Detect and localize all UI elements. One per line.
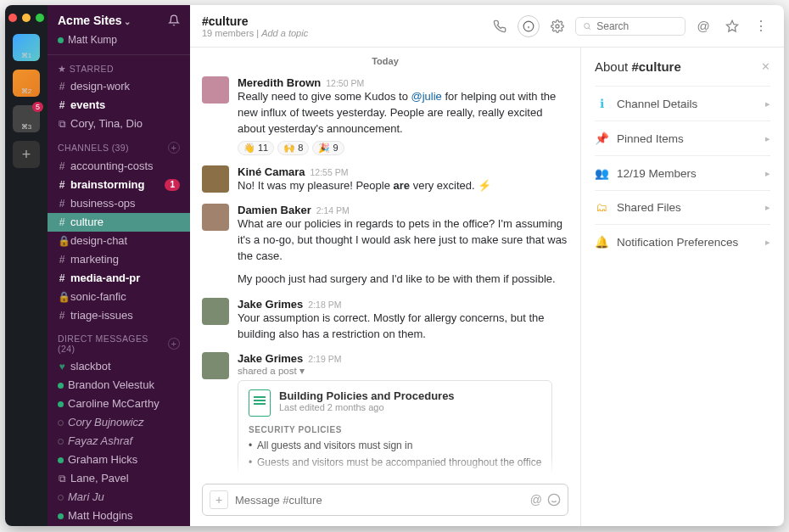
add-topic[interactable]: Add a topic	[261, 28, 308, 38]
message: Jake Grimes2:19 PMshared a post ▾ Buildi…	[202, 349, 568, 475]
sidebar-dm-slackbot[interactable]: ♥slackbot	[48, 357, 190, 376]
sidebar-item-design-chat[interactable]: 🔒design-chat	[48, 232, 190, 250]
details-row-pinned-items[interactable]: 📌Pinned Items▸	[595, 120, 770, 155]
avatar[interactable]	[202, 76, 229, 104]
message-time: 2:18 PM	[308, 300, 341, 310]
team-switcher[interactable]: Acme Sites⌄	[58, 14, 131, 27]
channel-details-panel: About #culture ✕ ℹChannel Details▸📌Pinne…	[580, 48, 784, 526]
shared-post[interactable]: Building Policies and Procedures Last ed…	[238, 380, 552, 475]
details-row-12-19-members[interactable]: 👥12/19 Members▸	[595, 155, 770, 190]
message-composer[interactable]: + @	[202, 484, 568, 516]
channel-title[interactable]: #culture	[202, 14, 308, 28]
current-user[interactable]: Matt Kump	[48, 34, 190, 54]
sidebar-dm-matt-hodgins[interactable]: Matt Hodgins	[48, 507, 190, 525]
sidebar-item-cory-tina-dio[interactable]: ⧉Cory, Tina, Dio	[48, 115, 190, 133]
notifications-icon[interactable]	[168, 14, 180, 26]
sidebar-item-culture[interactable]: #culture	[48, 213, 190, 232]
workspace-3[interactable]: 5 ⌘3	[13, 105, 40, 132]
details-row-channel-details[interactable]: ℹChannel Details▸	[595, 86, 770, 120]
day-divider: Today	[202, 53, 568, 73]
add-dm[interactable]: +	[168, 338, 180, 350]
reaction[interactable]: 👋11	[238, 141, 274, 155]
workspace-1[interactable]: ⌘1	[13, 34, 40, 61]
sidebar-item-brainstorming[interactable]: #brainstorming1	[48, 176, 190, 194]
emoji-button[interactable]	[547, 493, 561, 507]
presence-dot	[58, 37, 64, 43]
member-count[interactable]: 19 members	[202, 28, 254, 38]
maximize-window[interactable]	[36, 14, 44, 22]
message-author[interactable]: Jake Grimes	[238, 298, 303, 311]
search-input[interactable]	[596, 20, 678, 32]
search-box[interactable]	[575, 17, 685, 36]
message-input[interactable]	[235, 494, 525, 507]
document-icon	[249, 389, 271, 417]
mention-button[interactable]: @	[530, 493, 542, 507]
sidebar-item-media-and-pr[interactable]: #media-and-pr	[48, 269, 190, 288]
channel-header: #culture 19 members | Add a topic	[190, 5, 784, 48]
sidebar-item-business-ops[interactable]: #business-ops	[48, 194, 190, 213]
avatar[interactable]	[202, 298, 229, 325]
section-channels: CHANNELS (39) +	[48, 133, 190, 157]
message-time: 2:19 PM	[308, 354, 341, 364]
window-controls[interactable]	[8, 10, 44, 25]
chevron-right-icon: ▸	[765, 98, 770, 109]
message-text: Really need to give some Kudos to @julie…	[238, 89, 568, 137]
message-author[interactable]: Jake Grimes	[238, 352, 303, 365]
mentions-icon[interactable]: @	[692, 15, 714, 37]
sidebar-dm-cory-bujnowicz[interactable]: Cory Bujnowicz	[48, 413, 190, 432]
section-dms: DIRECT MESSAGES (24) +	[48, 325, 190, 357]
sidebar-item-marketing[interactable]: #marketing	[48, 250, 190, 269]
sidebar-item-triage-issues[interactable]: #triage-issues	[48, 306, 190, 325]
chevron-right-icon: ▸	[765, 237, 770, 248]
sidebar-item-sonic-fanfic[interactable]: 🔒sonic-fanfic	[48, 288, 190, 306]
message-author[interactable]: Meredith Brown	[238, 76, 321, 89]
more-icon[interactable]: ⋮	[750, 15, 772, 37]
message-time: 2:14 PM	[316, 205, 350, 216]
close-details[interactable]: ✕	[761, 60, 770, 73]
sidebar-dm-lane-pavel[interactable]: ⧉Lane, Pavel	[48, 469, 190, 488]
details-row-notification-preferences[interactable]: 🔔Notification Preferences▸	[595, 224, 770, 259]
chevron-right-icon: ▸	[765, 202, 770, 213]
minimize-window[interactable]	[22, 14, 31, 22]
message-time: 12:55 PM	[310, 167, 348, 177]
details-title: About #culture	[595, 59, 681, 74]
chevron-right-icon: ▸	[765, 133, 770, 144]
avatar[interactable]	[202, 352, 229, 379]
message-author[interactable]: Damien Baker	[238, 204, 311, 216]
sidebar-dm-mari-ju[interactable]: Mari Ju	[48, 488, 190, 507]
sidebar-dm-brandon-velestuk[interactable]: Brandon Velestuk	[48, 376, 190, 395]
message-author[interactable]: Kiné Camara	[238, 165, 305, 178]
message-time: 12:50 PM	[326, 78, 364, 88]
close-window[interactable]	[8, 14, 17, 22]
avatar[interactable]	[202, 165, 229, 193]
chevron-right-icon: ▸	[765, 168, 770, 179]
svg-marker-6	[726, 20, 737, 31]
reaction[interactable]: 🎉9	[312, 141, 344, 155]
sidebar-dm-shannon-tinkley[interactable]: Shannon Tinkley	[48, 525, 190, 526]
sidebar-item-accounting-costs[interactable]: #accounting-costs	[48, 157, 190, 176]
message-subaction[interactable]: shared a post ▾	[238, 365, 552, 377]
sidebar-item-design-work[interactable]: #design-work	[48, 77, 190, 96]
sidebar-dm-caroline-mccarthy[interactable]: Caroline McCarthy	[48, 395, 190, 413]
star-icon[interactable]	[721, 15, 743, 37]
workspace-switcher: ⌘1 ⌘2 5 ⌘3 +	[5, 5, 48, 526]
add-workspace[interactable]: +	[13, 141, 40, 168]
sidebar-item-events[interactable]: #events	[48, 96, 190, 115]
settings-icon[interactable]	[546, 15, 568, 37]
reaction[interactable]: 🙌8	[277, 141, 309, 155]
avatar[interactable]	[202, 204, 229, 231]
sidebar: Acme Sites⌄ Matt Kump ★ STARRED #design-…	[48, 5, 190, 526]
call-icon[interactable]	[489, 15, 511, 37]
sidebar-dm-graham-hicks[interactable]: Graham Hicks	[48, 451, 190, 469]
row-icon: 🔔	[595, 235, 608, 249]
row-icon: 🗂	[595, 201, 608, 214]
workspace-2[interactable]: ⌘2	[13, 70, 40, 97]
details-row-shared-files[interactable]: 🗂Shared Files▸	[595, 190, 770, 224]
info-icon[interactable]	[518, 15, 540, 37]
sidebar-dm-fayaz-ashraf[interactable]: Fayaz Ashraf	[48, 432, 190, 451]
attach-button[interactable]: +	[210, 490, 228, 509]
row-icon: 📌	[595, 132, 608, 145]
message: Jake Grimes2:18 PMYour assumption is cor…	[202, 294, 568, 350]
message: Kiné Camara12:55 PMNo! It was my pleasur…	[202, 162, 568, 201]
add-channel[interactable]: +	[168, 142, 180, 154]
